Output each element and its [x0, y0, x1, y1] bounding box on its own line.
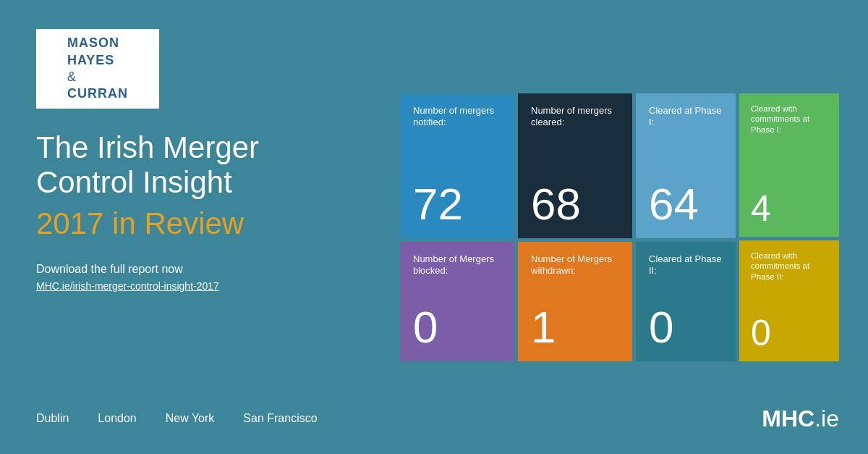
tile-cleared-phase2-label: Cleared at Phase II: — [649, 253, 723, 278]
logo-ampersand: & — [67, 70, 77, 84]
tile-mergers-cleared-value: 68 — [531, 182, 619, 227]
tile-mergers-blocked-value: 0 — [413, 305, 501, 350]
tile-mergers-blocked-label: Number of Mergers blocked: — [413, 253, 501, 278]
tile-mergers-blocked: Number of Mergers blocked: 0 — [400, 242, 514, 361]
tile-cleared-phase1-value: 64 — [649, 182, 723, 227]
office-london: London — [98, 412, 136, 425]
logo-text: MASON HAYES & CURRAN — [67, 35, 128, 103]
tile-mergers-notified-value: 72 — [413, 182, 501, 227]
tile-commitments-phase1-value: 4 — [751, 190, 827, 227]
tile-mergers-cleared-label: Number of mergers cleared: — [531, 105, 619, 130]
download-section: Download the full report now MHC.ie/iris… — [36, 263, 349, 292]
right-col: Cleared with commitments at Phase I: 4 C… — [739, 93, 839, 361]
tile-cleared-phase2-value: 0 — [649, 305, 723, 350]
download-link[interactable]: MHC.ie/irish-merger-control-insight-2017 — [36, 280, 349, 292]
download-text: Download the full report now — [36, 263, 349, 276]
tile-mergers-notified-label: Number of mergers notified: — [413, 105, 501, 130]
logo-box: MASON HAYES & CURRAN — [36, 29, 159, 109]
office-dublin: Dublin — [36, 412, 69, 425]
mhc-branding: MHC.ie — [762, 405, 839, 432]
tile-mergers-withdrawn-label: Number of Mergers withdrawn: — [531, 253, 619, 278]
logo-line3: CURRAN — [67, 86, 128, 101]
office-sf: San Francisco — [243, 412, 317, 425]
tile-cleared-phase2: Cleared at Phase II: 0 — [636, 242, 736, 361]
tiles-grid: Number of mergers notified: 72 Number of… — [400, 93, 736, 361]
tile-commitments-phase1: Cleared with commitments at Phase I: 4 — [739, 93, 839, 237]
title-line1: The Irish Merger Control Insight — [36, 130, 349, 201]
tiles-wrapper: Number of mergers notified: 72 Number of… — [400, 93, 839, 361]
tile-cleared-phase1: Cleared at Phase I: 64 — [636, 93, 736, 238]
offices-list: Dublin London New York San Francisco — [36, 412, 349, 425]
logo-section: MASON HAYES & CURRAN — [36, 29, 349, 109]
tile-mergers-withdrawn-value: 1 — [531, 305, 619, 350]
tile-mergers-cleared: Number of mergers cleared: 68 — [518, 93, 632, 238]
right-panel: Number of mergers notified: 72 Number of… — [386, 0, 868, 454]
mhc-dotie: .ie — [814, 405, 839, 432]
offices-section: Dublin London New York San Francisco — [36, 398, 349, 425]
office-newyork: New York — [166, 412, 215, 425]
left-panel: MASON HAYES & CURRAN The Irish Merger Co… — [0, 0, 386, 454]
tile-commitments-phase2: Cleared with commitments at Phase II: 0 — [739, 240, 839, 361]
title-year: 2017 in Review — [36, 206, 349, 241]
tile-cleared-phase1-label: Cleared at Phase I: — [649, 105, 723, 130]
title-section: The Irish Merger Control Insight 2017 in… — [36, 130, 349, 241]
main-container: MASON HAYES & CURRAN The Irish Merger Co… — [0, 0, 868, 454]
tile-commitments-phase2-label: Cleared with commitments at Phase II: — [751, 251, 827, 283]
tile-commitments-phase1-label: Cleared with commitments at Phase I: — [751, 104, 827, 136]
mhc-text: MHC — [762, 405, 814, 432]
logo-line1: MASON — [67, 35, 119, 50]
logo-line2: HAYES — [67, 53, 114, 67]
tile-commitments-phase2-value: 0 — [751, 315, 827, 351]
tile-mergers-notified: Number of mergers notified: 72 — [400, 93, 514, 238]
tile-mergers-withdrawn: Number of Mergers withdrawn: 1 — [518, 242, 632, 361]
